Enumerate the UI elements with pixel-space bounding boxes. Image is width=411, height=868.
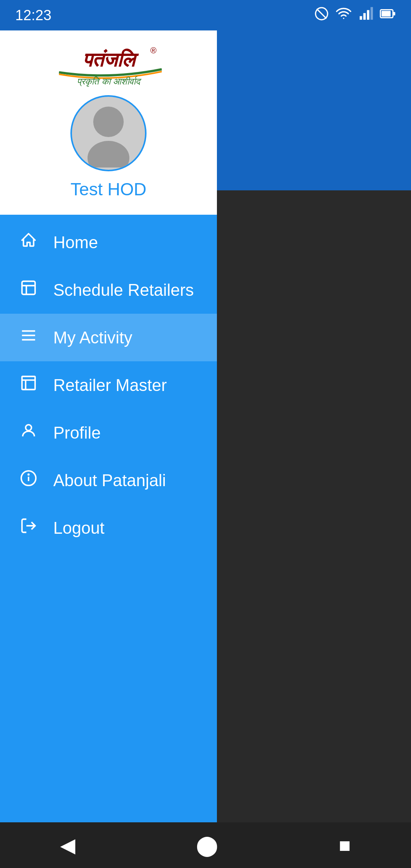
svg-rect-2 xyxy=(360,16,362,19)
svg-point-19 xyxy=(25,425,31,431)
svg-rect-3 xyxy=(363,13,366,19)
menu-item-my-activity[interactable]: My Activity xyxy=(0,314,217,361)
menu-label-profile: Profile xyxy=(53,423,101,442)
about-patanjali-icon xyxy=(15,469,42,491)
menu-item-about-patanjali[interactable]: About Patanjali xyxy=(0,456,217,504)
home-button[interactable]: ⬤ xyxy=(181,826,233,864)
back-button[interactable]: ◀ xyxy=(45,826,91,864)
svg-rect-18 xyxy=(22,377,35,390)
svg-point-13 xyxy=(88,141,129,168)
drawer-header: पतंजलि ® प्रकृति का आशीर्वाद Test HOD xyxy=(0,30,217,215)
svg-text:पतंजलि: पतंजलि xyxy=(83,48,139,71)
svg-text:प्रकृति का आशीर्वाद: प्रकृति का आशीर्वाद xyxy=(77,76,141,87)
menu-item-home[interactable]: Home xyxy=(0,219,217,266)
menu-list: HomeSchedule RetailersMy ActivityRetaile… xyxy=(0,215,217,821)
status-time: 12:23 xyxy=(15,7,51,24)
svg-rect-7 xyxy=(393,12,395,15)
menu-label-schedule-retailers: Schedule Retailers xyxy=(53,281,194,300)
avatar xyxy=(70,95,147,171)
retailer-master-icon xyxy=(15,374,42,396)
menu-item-retailer-master[interactable]: Retailer Master xyxy=(0,361,217,409)
menu-item-profile[interactable]: Profile xyxy=(0,409,217,456)
svg-rect-14 xyxy=(22,281,35,295)
drawer-panel: पतंजलि ® प्रकृति का आशीर्वाद Test HOD xyxy=(0,0,217,868)
signal-off-icon xyxy=(314,6,329,24)
menu-label-retailer-master: Retailer Master xyxy=(53,376,167,395)
svg-text:®: ® xyxy=(150,46,156,55)
svg-rect-8 xyxy=(382,11,391,16)
svg-rect-5 xyxy=(371,7,373,19)
menu-label-about-patanjali: About Patanjali xyxy=(53,471,166,490)
avatar-icon xyxy=(78,99,139,168)
menu-label-my-activity: My Activity xyxy=(53,328,132,347)
logo-container: पतंजलि ® प्रकृति का आशीर्वाद xyxy=(8,42,209,88)
patanjali-logo: पतंजलि ® प्रकृति का आशीर्वाद xyxy=(48,42,169,88)
profile-icon xyxy=(15,422,42,444)
schedule-retailers-icon xyxy=(15,279,42,301)
user-name: Test HOD xyxy=(70,179,146,199)
svg-rect-4 xyxy=(367,10,369,19)
my-activity-icon xyxy=(15,327,42,348)
wifi-icon xyxy=(336,6,352,25)
menu-label-logout: Logout xyxy=(53,519,105,538)
svg-line-1 xyxy=(317,9,326,18)
navigation-bar: ◀ ⬤ ■ xyxy=(0,822,411,868)
signal-bars-icon xyxy=(358,6,373,24)
logout-icon xyxy=(15,517,42,539)
svg-point-12 xyxy=(93,107,124,137)
menu-label-home: Home xyxy=(53,233,98,252)
status-bar: 12:23 xyxy=(0,0,411,30)
battery-icon xyxy=(380,6,396,24)
recents-button[interactable]: ■ xyxy=(323,826,366,864)
svg-point-22 xyxy=(28,474,29,475)
menu-item-logout[interactable]: Logout xyxy=(0,504,217,552)
top-right-bg xyxy=(217,30,411,190)
menu-item-schedule-retailers[interactable]: Schedule Retailers xyxy=(0,266,217,314)
home-icon xyxy=(15,231,42,253)
status-icons xyxy=(314,6,396,25)
